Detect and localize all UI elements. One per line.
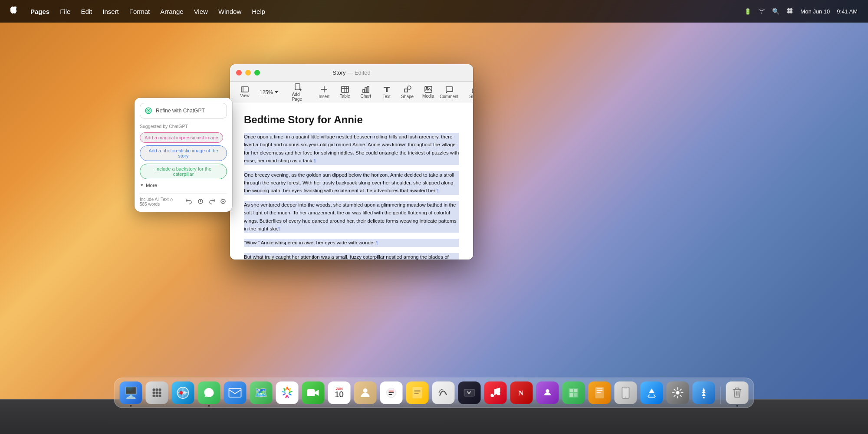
suggestion-photorealistic[interactable]: Add a photorealistic image of the story — [140, 145, 227, 161]
menubar-arrange[interactable]: Arrange — [160, 8, 183, 15]
trash-icon — [732, 387, 743, 399]
window-maximize-button[interactable] — [254, 70, 260, 76]
svg-rect-58 — [570, 389, 573, 392]
dock-launchpad[interactable] — [146, 381, 168, 404]
more-suggestions-button[interactable]: More — [140, 182, 227, 189]
menubar-edit[interactable]: Edit — [81, 8, 92, 15]
toolbar-text[interactable]: Text — [377, 84, 396, 101]
menubar-app-name[interactable]: Pages — [30, 8, 49, 15]
dock-calendar[interactable]: JUN 10 — [328, 381, 351, 404]
svg-point-67 — [676, 391, 680, 395]
dock-contacts[interactable] — [354, 381, 377, 404]
document-heading: Bedtime Story for Annie — [244, 114, 459, 126]
svg-point-19 — [408, 86, 411, 89]
dock-finder[interactable]: 🖥️ — [120, 381, 142, 404]
svg-point-35 — [156, 395, 158, 397]
menubar-file[interactable]: File — [60, 8, 70, 15]
dock-iphone-mirroring[interactable] — [615, 381, 637, 404]
toolbar-add-page[interactable]: Add Page — [289, 82, 308, 103]
svg-text:N: N — [519, 389, 524, 397]
svg-point-28 — [153, 388, 155, 391]
system-prefs-icon — [672, 387, 684, 399]
dock-notes[interactable] — [406, 381, 429, 404]
dock-messages[interactable] — [198, 381, 220, 404]
window-minimize-button[interactable] — [245, 70, 251, 76]
toolbar-chart[interactable]: Chart — [356, 84, 375, 100]
menubar-right: 🔋 🔍 Mon Jun 10 9:41 AM — [744, 7, 858, 16]
panel-footer: Include All Text ◇ 585 words — [140, 193, 227, 207]
chatgpt-refine-panel: Refine with ChatGPT Suggested by ChatGPT… — [135, 98, 232, 212]
toolbar-view[interactable]: View — [235, 85, 254, 100]
svg-point-34 — [153, 395, 155, 397]
toolbar-table[interactable]: Table — [335, 84, 355, 100]
dock-mail[interactable] — [224, 381, 247, 404]
dock-trash[interactable] — [726, 381, 749, 404]
dock-reminders[interactable] — [380, 381, 403, 404]
dock-maps[interactable]: 🗺️ — [250, 381, 273, 404]
dock-photos[interactable] — [276, 381, 299, 404]
suggestion-magical-image[interactable]: Add a magical impressionist image — [140, 132, 223, 143]
dock-news[interactable]: N — [510, 381, 533, 404]
dock-sequoia[interactable] — [693, 381, 715, 404]
svg-rect-15 — [363, 89, 365, 92]
svg-point-36 — [159, 395, 161, 397]
dock-freeform[interactable] — [432, 381, 455, 404]
launchpad-icon — [151, 387, 163, 399]
chevron-down-icon — [140, 183, 144, 187]
menubar-help[interactable]: Help — [252, 8, 265, 15]
reminders-icon — [386, 387, 397, 398]
dock-safari[interactable] — [172, 381, 194, 404]
toolbar-share[interactable]: Share — [466, 84, 473, 101]
toolbar-insert[interactable]: Insert — [315, 84, 334, 101]
suggestion-backstory[interactable]: Include a backstory for the caterpillar — [140, 164, 227, 179]
menubar-view[interactable]: View — [194, 8, 208, 15]
dock-numbers[interactable] — [562, 381, 585, 404]
svg-rect-17 — [367, 86, 369, 92]
svg-rect-59 — [574, 389, 578, 392]
paragraph-2: One breezy evening, as the golden sun di… — [244, 171, 459, 195]
paragraph-4: "Wow," Annie whispered in awe, her eyes … — [244, 239, 459, 247]
notes-icon — [412, 387, 423, 399]
dock-facetime[interactable] — [302, 381, 325, 404]
chatgpt-input[interactable]: Refine with ChatGPT — [156, 108, 222, 114]
dock-system-preferences[interactable] — [667, 381, 689, 404]
apply-button[interactable] — [219, 197, 227, 207]
document-title-label: Story — [332, 69, 345, 76]
toolbar-media-label: Media — [422, 94, 434, 99]
chatgpt-input-container[interactable]: Refine with ChatGPT — [140, 103, 227, 118]
control-center-icon[interactable] — [786, 7, 793, 16]
safari-icon — [177, 386, 190, 399]
redo-forward-button[interactable] — [208, 197, 216, 207]
redo-back-button[interactable] — [197, 197, 204, 207]
suggestions-list: Add a magical impressionist image Add a … — [140, 132, 227, 182]
dock-app-store[interactable] — [641, 381, 663, 404]
dock-appletv[interactable] — [458, 381, 481, 404]
dock-pages[interactable] — [589, 381, 611, 404]
toolbar-media[interactable]: Media — [419, 84, 438, 100]
toolbar-zoom[interactable]: 125% — [256, 88, 282, 97]
facetime-icon — [307, 388, 320, 398]
search-icon[interactable]: 🔍 — [772, 8, 779, 15]
include-all-text-label: Include All Text ◇ — [140, 197, 173, 202]
apple-menu[interactable] — [10, 7, 16, 16]
dock-music[interactable] — [484, 381, 507, 404]
dock-podcasts[interactable] — [536, 381, 559, 404]
toolbar-comment-label: Comment — [440, 94, 458, 99]
toolbar-text-label: Text — [383, 94, 391, 99]
dock: 🖥️ — [114, 378, 754, 408]
more-label: More — [146, 183, 157, 188]
menubar-insert[interactable]: Insert — [102, 8, 119, 15]
undo-button[interactable] — [185, 197, 193, 207]
desktop: Pages File Edit Insert Format Arrange Vi… — [0, 0, 868, 434]
iphone-icon — [622, 387, 630, 399]
svg-point-42 — [286, 391, 289, 395]
svg-point-30 — [159, 388, 161, 391]
menubar-window[interactable]: Window — [218, 8, 241, 15]
menubar-format[interactable]: Format — [129, 8, 150, 15]
toolbar-comment[interactable]: Comment — [440, 84, 459, 101]
paragraph-3: As she ventured deeper into the woods, s… — [244, 201, 459, 233]
window-close-button[interactable] — [236, 70, 242, 76]
pages-icon — [595, 387, 605, 399]
svg-point-1 — [790, 8, 792, 11]
toolbar-shape[interactable]: Shape — [398, 84, 417, 101]
